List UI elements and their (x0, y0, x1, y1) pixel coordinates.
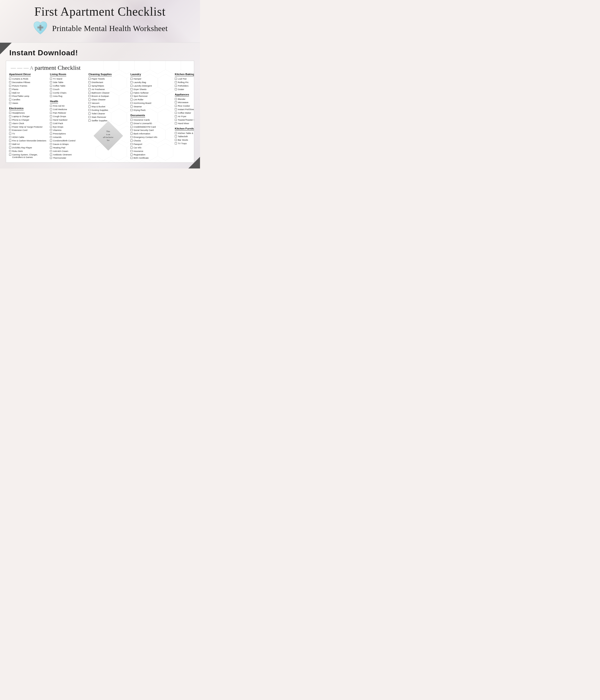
checkbox[interactable] (50, 88, 52, 90)
checkbox[interactable] (175, 132, 177, 134)
checkbox[interactable] (9, 150, 11, 152)
checkbox[interactable] (89, 92, 91, 94)
kitchen-baking-section: Kitchen Baking Loaf Pan Rolling Pin Poth… (174, 73, 194, 160)
checkbox[interactable] (50, 126, 52, 128)
checkbox[interactable] (175, 135, 177, 138)
checkbox[interactable] (50, 85, 52, 87)
checkbox[interactable] (175, 112, 177, 114)
checkbox[interactable] (89, 112, 91, 115)
checkbox[interactable] (130, 126, 132, 128)
checkbox[interactable] (130, 85, 132, 87)
checkbox[interactable] (89, 85, 91, 87)
checkbox[interactable] (9, 153, 11, 156)
checkbox[interactable] (130, 122, 132, 124)
checkbox[interactable] (130, 98, 132, 101)
checkbox[interactable] (9, 95, 11, 97)
checkbox[interactable] (89, 78, 91, 80)
checkbox[interactable] (9, 126, 11, 128)
checkbox[interactable] (9, 140, 11, 142)
checkbox[interactable] (175, 119, 177, 121)
checkbox[interactable] (130, 95, 132, 97)
checkbox[interactable] (9, 147, 11, 149)
checkbox[interactable] (9, 88, 11, 90)
checkbox[interactable] (50, 92, 52, 94)
checkbox[interactable] (50, 157, 52, 159)
checkbox[interactable] (9, 78, 11, 80)
checkbox[interactable] (175, 85, 177, 87)
checkbox[interactable] (130, 129, 132, 131)
checkbox[interactable] (175, 115, 177, 117)
checkbox[interactable] (130, 140, 132, 142)
checkbox[interactable] (130, 153, 132, 156)
checkbox[interactable] (50, 132, 52, 135)
checkbox[interactable] (50, 140, 52, 142)
checkbox[interactable] (9, 98, 11, 101)
checkbox[interactable] (130, 132, 132, 135)
checkbox[interactable] (50, 95, 52, 97)
checkbox[interactable] (89, 98, 91, 101)
checkbox[interactable] (175, 81, 177, 83)
checkbox[interactable] (9, 92, 11, 94)
checkbox[interactable] (50, 150, 52, 152)
checkbox[interactable] (175, 142, 177, 145)
checkbox[interactable] (89, 109, 91, 111)
list-item: TV Stand (50, 77, 86, 80)
checkbox[interactable] (175, 88, 177, 90)
checkbox[interactable] (130, 147, 132, 149)
checkbox[interactable] (9, 119, 11, 121)
checkbox[interactable] (9, 115, 11, 117)
checkbox[interactable] (89, 105, 91, 107)
checkbox[interactable] (130, 119, 132, 121)
checkbox[interactable] (50, 105, 52, 107)
checkbox[interactable] (175, 139, 177, 141)
checkbox[interactable] (130, 81, 132, 83)
checkbox[interactable] (175, 101, 177, 103)
checkbox[interactable] (50, 115, 52, 117)
checkbox[interactable] (89, 95, 91, 97)
checkbox[interactable] (9, 102, 11, 104)
checkbox[interactable] (130, 105, 132, 107)
checkbox[interactable] (130, 143, 132, 145)
checkbox[interactable] (50, 108, 52, 110)
checkbox[interactable] (130, 109, 132, 111)
checkbox[interactable] (130, 157, 132, 159)
checkbox[interactable] (9, 136, 11, 138)
checkbox[interactable] (9, 81, 11, 83)
checkbox[interactable] (89, 120, 91, 122)
checkbox[interactable] (130, 92, 132, 94)
checkbox[interactable] (89, 116, 91, 118)
checkbox[interactable] (50, 143, 52, 145)
checkbox[interactable] (50, 112, 52, 114)
checkbox[interactable] (50, 119, 52, 121)
list-item: Potholders (175, 84, 194, 87)
checkbox[interactable] (130, 136, 132, 138)
checkbox[interactable] (9, 85, 11, 87)
checkbox[interactable] (9, 112, 11, 114)
checkbox[interactable] (50, 153, 52, 156)
checkbox[interactable] (9, 122, 11, 124)
living-room-title: Living Room (50, 73, 66, 76)
checkbox[interactable] (89, 81, 91, 83)
checkbox[interactable] (175, 78, 177, 80)
checkbox[interactable] (50, 129, 52, 131)
checkbox[interactable] (130, 150, 132, 152)
checkbox[interactable] (175, 98, 177, 100)
checkbox[interactable] (130, 102, 132, 104)
checkbox[interactable] (9, 143, 11, 145)
checkbox[interactable] (9, 132, 11, 135)
checkbox[interactable] (130, 78, 132, 80)
checkbox[interactable] (130, 88, 132, 90)
checkbox[interactable] (50, 78, 52, 80)
checkbox[interactable] (50, 122, 52, 124)
checkbox[interactable] (89, 88, 91, 90)
list-item: Fabric Softener (130, 92, 172, 94)
checkbox[interactable] (50, 147, 52, 149)
checkbox[interactable] (175, 105, 177, 107)
checkbox[interactable] (50, 81, 52, 83)
list-item: Social Security Card (130, 129, 172, 132)
checkbox[interactable] (89, 102, 91, 104)
checkbox[interactable] (9, 129, 11, 131)
checkbox[interactable] (175, 122, 177, 124)
checkbox[interactable] (175, 108, 177, 110)
checkbox[interactable] (50, 136, 52, 138)
